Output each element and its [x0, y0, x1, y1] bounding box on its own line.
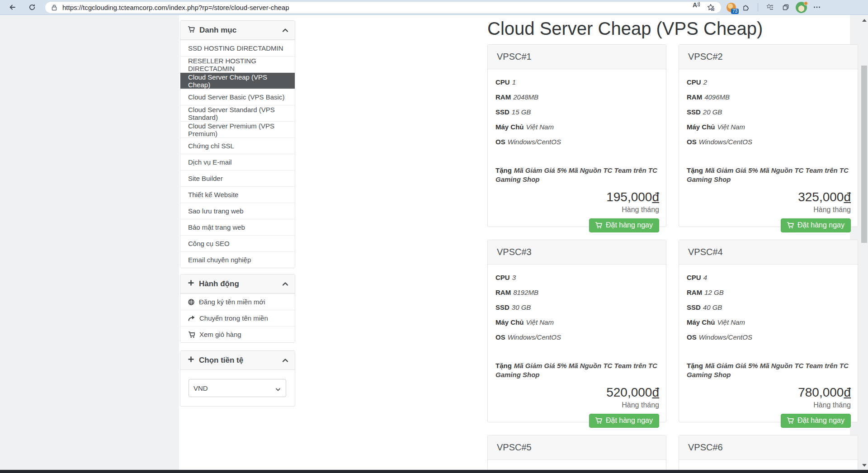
extensions-puzzle-icon[interactable]	[740, 1, 752, 13]
cart-icon	[595, 222, 602, 229]
address-bar[interactable]: https://tcgclouding.tcteamcorp.com/index…	[45, 2, 721, 13]
plan-card: VPSC#4 CPU4 RAM12 GB SSD40 GB Máy ChủViệ…	[679, 240, 858, 422]
plan-card: VPSC#3 CPU3 RAM8192MB SSD30 GB Máy ChủVi…	[487, 240, 666, 422]
spec-server: Máy ChủViệt Nam	[687, 123, 851, 132]
spec-os: OSWindows/CentOS	[495, 333, 659, 342]
plan-card: VPSC#5 CPU6	[487, 435, 666, 473]
chevron-up-icon[interactable]	[282, 27, 288, 33]
settings-dots-icon[interactable]	[811, 1, 823, 13]
plans-grid: VPSC#1 CPU1 RAM2048MB SSD15 GB Máy ChủVi…	[487, 44, 858, 473]
share-arrow-icon	[188, 315, 195, 322]
order-button[interactable]: Đặt hàng ngay	[589, 414, 659, 428]
categories-panel-header[interactable]: Danh mục	[180, 21, 295, 40]
spec-ram: RAM12 GB	[687, 288, 851, 297]
sidebar-category-item[interactable]: Sao lưu trang web	[180, 203, 295, 219]
currency-title: Chọn tiền tệ	[199, 356, 243, 365]
sidebar-category-item[interactable]: Cloud Server Standard (VPS Standard)	[180, 105, 295, 121]
globe-icon	[188, 299, 194, 305]
scrollbar-down-arrow-icon[interactable]	[862, 464, 867, 467]
spec-os: OSWindows/CentOS	[687, 137, 851, 147]
spec-ssd: SSD40 GB	[687, 303, 851, 312]
plan-card: VPSC#1 CPU1 RAM2048MB SSD15 GB Máy ChủVi…	[487, 44, 666, 227]
spec-ram: RAM4096MB	[687, 93, 851, 102]
action-item-label: Xem giỏ hàng	[199, 331, 241, 338]
read-aloud-icon[interactable]: A	[690, 1, 702, 13]
plan-name: VPSC#3	[488, 240, 666, 265]
cart-icon	[787, 417, 794, 424]
sidebar-category-item[interactable]: Công cụ SEO	[180, 235, 295, 251]
spec-server: Máy ChủViệt Nam	[495, 318, 659, 327]
plan-price: 520,000đ	[495, 385, 659, 400]
plan-name: VPSC#2	[679, 45, 858, 69]
sidebar-category-item[interactable]: Chứng chỉ SSL	[180, 137, 295, 154]
lock-icon[interactable]	[51, 4, 58, 11]
order-button[interactable]: Đặt hàng ngay	[589, 218, 659, 232]
cart-icon	[787, 222, 794, 229]
profile-avatar[interactable]	[796, 2, 807, 13]
cart-icon	[188, 331, 195, 338]
page-title: Cloud Server Cheap (VPS Cheap)	[487, 19, 763, 39]
currency-panel-header[interactable]: Chọn tiền tệ	[180, 351, 295, 370]
spec-cpu: CPU4	[687, 273, 851, 282]
currency-panel: Chọn tiền tệ VND	[180, 350, 295, 407]
chevron-up-icon[interactable]	[282, 357, 288, 364]
favorites-icon[interactable]	[764, 1, 776, 13]
spec-gift: TặngMã Giảm Giá 5% Mã Nguồn TC Team trên…	[687, 166, 851, 184]
cart-icon	[595, 417, 602, 424]
actions-panel: Hành động Đăng ký tên miền mới Chuyển tr…	[180, 274, 295, 343]
plan-price: 780,000đ	[687, 385, 851, 400]
sidebar-category-item[interactable]: Cloud Server Premium (VPS Premium)	[180, 121, 295, 137]
extension-badge: 73	[731, 9, 739, 14]
plan-price: 195,000đ	[495, 190, 659, 204]
spec-gift: TặngMã Giảm Giá 5% Mã Nguồn TC Team trên…	[687, 361, 851, 379]
sidebar-category-item[interactable]: Thiết kế Website	[180, 186, 295, 203]
collections-icon[interactable]	[780, 1, 792, 13]
spec-cpu: CPU1	[495, 78, 659, 87]
actions-panel-header[interactable]: Hành động	[180, 274, 295, 293]
scrollbar-thumb[interactable]	[861, 66, 867, 243]
billing-cycle: Hàng tháng	[495, 206, 659, 214]
browser-chrome: https://tcgclouding.tcteamcorp.com/index…	[0, 0, 868, 15]
page-scrollbar[interactable]	[860, 15, 868, 473]
action-item-label: Đăng ký tên miền mới	[199, 298, 265, 306]
scrollbar-up-arrow-icon[interactable]	[862, 19, 867, 22]
reload-icon[interactable]	[26, 1, 38, 13]
sidebar-category-item[interactable]: Bảo mật trang web	[180, 219, 295, 235]
plan-name: VPSC#1	[488, 45, 666, 69]
action-item-register-domain[interactable]: Đăng ký tên miền mới	[180, 293, 295, 310]
billing-cycle: Hàng tháng	[495, 401, 659, 409]
plan-card: VPSC#2 CPU2 RAM4096MB SSD20 GB Máy ChủVi…	[679, 44, 858, 227]
sidebar-category-item[interactable]: Site Builder	[180, 170, 295, 186]
currency-select[interactable]: VND	[189, 379, 286, 397]
sidebar-category-item[interactable]: Cloud Server Basic (VPS Basic)	[180, 89, 295, 105]
sidebar-category-item[interactable]: RESELLER HOSTING DIRECTADMIN	[180, 56, 295, 72]
spec-ssd: SSD20 GB	[687, 108, 851, 117]
spec-ssd: SSD30 GB	[495, 303, 659, 312]
billing-cycle: Hàng tháng	[687, 401, 851, 409]
categories-panel: Danh mục SSD HOSTING DIRECTADMIN RESELLE…	[180, 20, 295, 268]
chevron-up-icon[interactable]	[282, 281, 288, 287]
spec-cpu: CPU2	[687, 78, 851, 87]
sidebar-category-item[interactable]: Dịch vụ E-mail	[180, 154, 295, 170]
actions-title: Hành động	[199, 279, 239, 289]
pet-extension-icon[interactable]: 73	[726, 3, 736, 12]
sidebar-category-item-active[interactable]: Cloud Server Cheap (VPS Cheap)	[180, 72, 295, 89]
action-item-label: Chuyển trong tên miền	[199, 314, 268, 322]
taskbar-edge-strip	[0, 470, 868, 473]
url-text[interactable]: https://tcgclouding.tcteamcorp.com/index…	[62, 4, 289, 11]
back-icon[interactable]	[6, 1, 18, 13]
action-item-transfer-domain[interactable]: Chuyển trong tên miền	[180, 310, 295, 326]
sidebar-category-item[interactable]: SSD HOSTING DIRECTADMIN	[180, 40, 295, 56]
spec-server: Máy ChủViệt Nam	[495, 123, 659, 132]
action-item-view-cart[interactable]: Xem giỏ hàng	[180, 326, 295, 342]
categories-title: Danh mục	[199, 26, 236, 35]
cart-icon	[188, 26, 195, 35]
order-button[interactable]: Đặt hàng ngay	[781, 218, 851, 232]
plus-icon	[188, 356, 194, 364]
sidebar-category-item[interactable]: Email chuyên nghiệp	[180, 251, 295, 268]
plan-name: VPSC#5	[488, 435, 666, 460]
plan-card: VPSC#6 CPU8	[679, 435, 858, 473]
order-button[interactable]: Đặt hàng ngay	[781, 414, 851, 428]
spec-ram: RAM2048MB	[495, 93, 659, 102]
favorite-add-icon[interactable]	[705, 1, 717, 13]
